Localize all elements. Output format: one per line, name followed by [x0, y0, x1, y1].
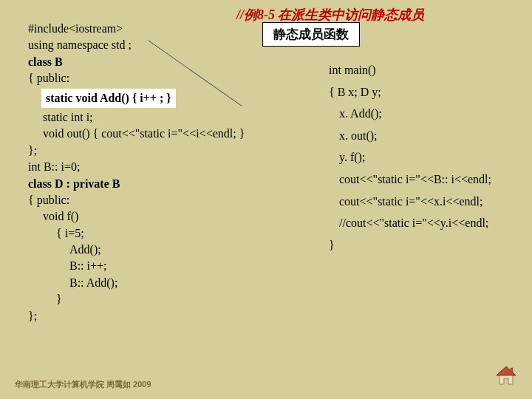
slide-title: //例8-5 在派生类中访问静态成员	[236, 6, 425, 24]
highlight-static-add: static void Add() { i++ ; }	[41, 89, 176, 108]
code-line: B:: i++;	[28, 258, 245, 274]
code-line: int B:: i=0;	[28, 159, 245, 175]
code-line: void out() { cout<<"static i="<<i<<endl;…	[28, 126, 245, 142]
code-line: //cout<<"static i="<<y.i<<endl;	[329, 212, 491, 234]
code-line: Add();	[28, 242, 245, 258]
footer-credit: 华南理工大学计算机学院 周霭如 2009	[15, 379, 151, 390]
code-line: void f()	[28, 208, 245, 225]
code-line: using namespace std ;	[28, 37, 245, 53]
code-line: x. out();	[329, 125, 491, 147]
code-line: int main()	[329, 59, 491, 81]
code-line: }	[329, 234, 491, 256]
code-line: #include<iostream>	[28, 21, 245, 37]
code-line: y. f();	[329, 146, 491, 168]
svg-rect-2	[511, 368, 513, 372]
code-line: { public:	[28, 70, 245, 86]
right-code-column: int main() { B x; D y; x. Add(); x. out(…	[329, 59, 491, 256]
code-line: cout<<"static i="<<B:: i<<endl;	[329, 168, 491, 191]
callout-label: 静态成员函数	[262, 22, 360, 47]
code-line: class D : private B	[28, 176, 245, 192]
code-line: class B	[28, 54, 245, 70]
code-line: { public:	[28, 192, 245, 208]
left-code-column: #include<iostream> using namespace std ;…	[28, 21, 245, 324]
code-line: B:: Add();	[28, 275, 245, 291]
code-line: x. Add();	[329, 103, 491, 125]
code-line: { B x; D y;	[329, 81, 491, 103]
code-line: };	[28, 308, 245, 324]
home-icon[interactable]	[494, 364, 519, 392]
code-line: }	[28, 291, 245, 307]
code-line: static int i;	[28, 109, 245, 126]
code-line: };	[28, 143, 245, 159]
code-line: { i=5;	[28, 225, 245, 242]
code-line: cout<<"static i="<<x.i<<endl;	[329, 191, 491, 213]
